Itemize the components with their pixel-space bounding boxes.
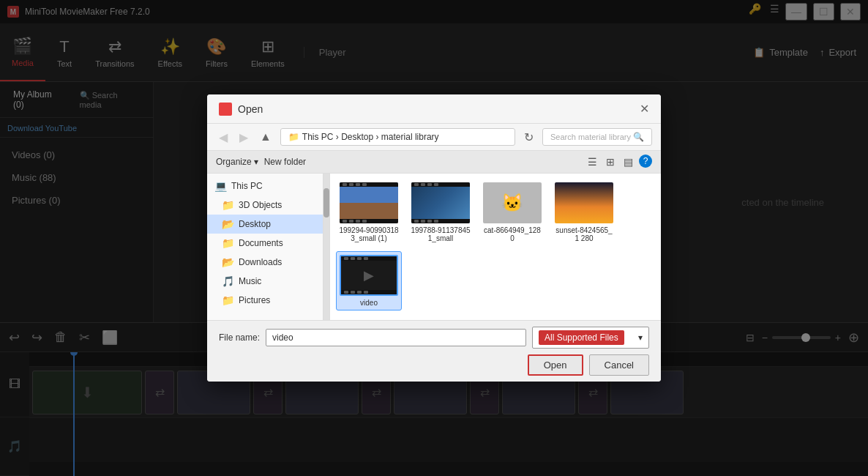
nav-forward-button[interactable]: ▶ bbox=[236, 129, 251, 146]
filetype-highlight: All Supported Files bbox=[539, 330, 624, 345]
filetype-chevron-icon: ▾ bbox=[638, 332, 643, 343]
tree-item-thispc[interactable]: 💻 This PC bbox=[207, 176, 323, 196]
nav-back-button[interactable]: ◀ bbox=[216, 129, 231, 146]
film-strip-top-4 bbox=[341, 256, 397, 261]
folder-icon-music: 🎵 bbox=[222, 275, 234, 287]
dialog-title-text: Open bbox=[238, 103, 263, 115]
view-details-button[interactable]: ☰ bbox=[585, 155, 600, 169]
folder-small-icon: 📁 bbox=[288, 132, 299, 142]
file-thumb-2: 🐱 bbox=[483, 182, 542, 223]
pc-icon: 💻 bbox=[214, 180, 227, 192]
tree-label-pictures: Pictures bbox=[239, 295, 270, 305]
folder-icon-3d: 📁 bbox=[222, 199, 234, 211]
film-strip-top-1 bbox=[411, 182, 470, 187]
breadcrumb: 📁 This PC › Desktop › material library bbox=[280, 128, 515, 146]
file-thumb-4: ▶ bbox=[340, 255, 398, 296]
search-icon: 🔍 bbox=[633, 132, 644, 142]
film-strip-bottom-1 bbox=[411, 219, 470, 223]
cancel-button[interactable]: Cancel bbox=[589, 354, 649, 376]
file-item-3[interactable]: sunset-8424565_1 280 bbox=[551, 179, 617, 245]
tree-item-downloads[interactable]: 📂 Downloads bbox=[207, 253, 323, 272]
file-item-4[interactable]: ▶ video bbox=[336, 251, 402, 310]
view-toggle-button[interactable]: ▤ bbox=[621, 155, 636, 169]
file-thumb-0 bbox=[340, 182, 398, 223]
file-name-3: sunset-8424565_1 280 bbox=[554, 226, 614, 242]
folder-icon-pictures: 📁 bbox=[222, 294, 234, 306]
folder-icon-documents: 📁 bbox=[222, 237, 234, 249]
tree-item-pictures[interactable]: 📁 Pictures bbox=[207, 291, 323, 310]
tree-item-desktop[interactable]: 📂 Desktop bbox=[207, 215, 323, 234]
filename-label: File name: bbox=[219, 332, 260, 343]
dialog-title-left: Open bbox=[219, 103, 263, 116]
file-grid: 199294-90990318 3_small (1) bbox=[330, 174, 661, 320]
nav-up-button[interactable]: ▲ bbox=[257, 129, 274, 145]
help-button[interactable]: ? bbox=[639, 155, 652, 168]
browser-body: 💻 This PC 📁 3D Objects 📂 Desktop 📁 bbox=[207, 174, 661, 320]
tree-item-3dobjects[interactable]: 📁 3D Objects bbox=[207, 196, 323, 215]
file-name-4: video bbox=[360, 299, 378, 307]
view-buttons: ☰ ⊞ ▤ ? bbox=[585, 155, 652, 169]
file-item-0[interactable]: 199294-90990318 3_small (1) bbox=[336, 179, 402, 245]
file-name-2: cat-8664949_1280 bbox=[482, 226, 542, 242]
app-window: M MiniTool MovieMaker Free 7.2.0 🔑 ☰ — ☐… bbox=[0, 0, 868, 476]
folder-icon-downloads: 📂 bbox=[222, 256, 234, 268]
tree-label-thispc: This PC bbox=[231, 181, 263, 191]
button-row: Open Cancel bbox=[219, 354, 649, 376]
tree-label-3dobjects: 3D Objects bbox=[239, 200, 282, 210]
organize-button[interactable]: Organize ▾ bbox=[216, 157, 258, 167]
filename-input[interactable] bbox=[266, 329, 526, 346]
scroll-thumb bbox=[323, 188, 329, 217]
tree-label-documents: Documents bbox=[239, 238, 283, 248]
new-folder-button[interactable]: New folder bbox=[264, 157, 306, 167]
tree-item-music[interactable]: 🎵 Music bbox=[207, 272, 323, 291]
folder-tree: 💻 This PC 📁 3D Objects 📂 Desktop 📁 bbox=[207, 174, 323, 320]
file-thumb-1 bbox=[411, 182, 470, 223]
refresh-button[interactable]: ↻ bbox=[521, 129, 536, 146]
dialog-overlay: Open ✕ ◀ ▶ ▲ 📁 This PC › Desktop › mater… bbox=[0, 0, 868, 476]
tree-item-documents[interactable]: 📁 Documents bbox=[207, 234, 323, 253]
file-item-1[interactable]: 199788-91137845 1_small bbox=[408, 179, 474, 245]
file-item-2[interactable]: 🐱 cat-8664949_1280 bbox=[479, 179, 545, 245]
film-strip-bottom-0 bbox=[340, 219, 398, 223]
file-name-1: 199788-91137845 1_small bbox=[411, 226, 471, 242]
file-name-0: 199294-90990318 3_small (1) bbox=[339, 226, 399, 242]
tree-label-music: Music bbox=[239, 276, 261, 286]
tree-scrollbar[interactable] bbox=[323, 174, 329, 320]
browser-toolbar: Organize ▾ New folder ☰ ⊞ ▤ ? bbox=[207, 151, 661, 174]
file-thumb-3 bbox=[555, 182, 613, 223]
view-grid-button[interactable]: ⊞ bbox=[603, 155, 618, 169]
tree-label-downloads: Downloads bbox=[239, 257, 282, 267]
folder-icon-desktop: 📂 bbox=[222, 218, 234, 230]
organize-chevron-icon: ▾ bbox=[254, 157, 258, 167]
search-bar[interactable]: Search material library 🔍 bbox=[542, 128, 652, 146]
tree-label-desktop: Desktop bbox=[239, 219, 271, 229]
open-dialog: Open ✕ ◀ ▶ ▲ 📁 This PC › Desktop › mater… bbox=[207, 94, 661, 382]
dialog-title-bar: Open ✕ bbox=[207, 94, 661, 124]
dialog-app-icon bbox=[219, 103, 232, 116]
dialog-close-button[interactable]: ✕ bbox=[640, 102, 649, 116]
filetype-select[interactable]: All Supported Files ▾ bbox=[532, 327, 649, 349]
browser-footer: File name: All Supported Files ▾ Open Ca… bbox=[207, 320, 661, 382]
browser-nav: ◀ ▶ ▲ 📁 This PC › Desktop › material lib… bbox=[207, 124, 661, 151]
breadcrumb-text: This PC › Desktop › material library bbox=[302, 132, 439, 142]
organize-label: Organize bbox=[216, 157, 252, 167]
film-strip-bottom-4 bbox=[341, 290, 397, 294]
search-placeholder: Search material library bbox=[550, 133, 631, 141]
open-button[interactable]: Open bbox=[528, 354, 583, 376]
filename-row: File name: All Supported Files ▾ bbox=[219, 327, 649, 349]
film-strip-top-0 bbox=[340, 182, 398, 187]
